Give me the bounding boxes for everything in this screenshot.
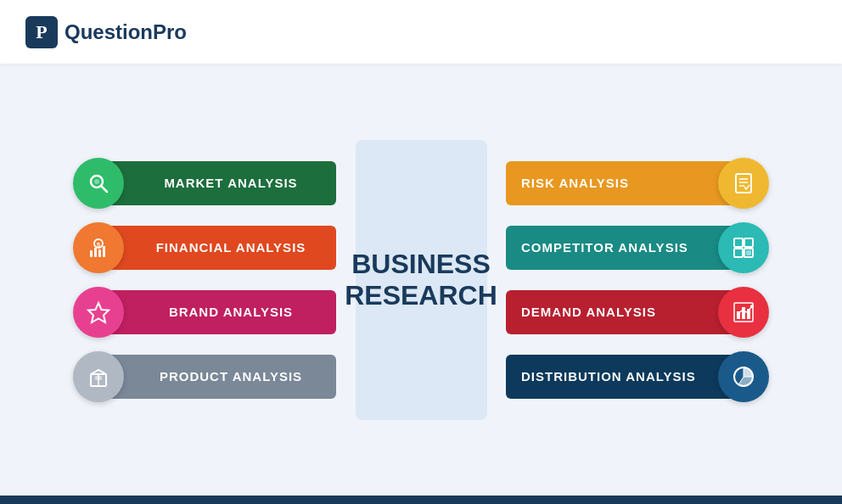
svg-rect-14 [736,174,751,193]
svg-line-2 [101,186,107,192]
logo: P QuestionPro [25,16,187,48]
center-line2: RESEARCH [345,280,497,311]
svg-rect-13 [95,376,102,380]
distribution-analysis-label: DISTRIBUTION ANALYSIS [521,369,696,384]
money-icon: $ [86,235,111,260]
search-icon [86,171,111,196]
svg-rect-7 [98,249,101,257]
svg-text:$: $ [97,241,101,249]
financial-analysis-bar: FINANCIAL ANALYSIS [98,226,336,270]
svg-rect-19 [744,238,753,247]
risk-analysis-label: RISK ANALYSIS [521,176,629,190]
logo-text: QuestionPro [65,20,187,44]
market-analysis-label: MARKET ANALYSIS [164,176,297,190]
brand-analysis-label: BRAND ANALYSIS [169,305,293,319]
product-analysis-circle [73,351,124,402]
competitor-analysis-label: COMPETITOR ANALYSIS [521,240,688,255]
financial-analysis-circle: $ [73,222,124,273]
grid-chart-icon [731,235,756,260]
financial-analysis-item: $ FINANCIAL ANALYSIS [73,223,336,272]
box-icon [86,364,111,389]
distribution-analysis-bar: DISTRIBUTION ANALYSIS [506,355,744,399]
svg-rect-25 [742,307,745,319]
product-analysis-item: PRODUCT ANALYSIS [73,352,336,401]
market-analysis-circle [73,158,124,209]
bottom-bar [0,496,842,504]
brand-analysis-item: BRAND ANALYSIS [73,288,336,337]
svg-rect-22 [746,250,751,255]
distribution-analysis-item: DISTRIBUTION ANALYSIS [506,352,769,401]
demand-analysis-label: DEMAND ANALYSIS [521,305,656,319]
risk-analysis-item: RISK ANALYSIS [506,159,769,208]
brand-analysis-circle [73,287,124,338]
competitor-analysis-item: COMPETITOR ANALYSIS [506,223,769,272]
product-analysis-label: PRODUCT ANALYSIS [160,369,302,384]
svg-marker-9 [88,303,109,322]
right-panel: RISK ANALYSIS COMPETITOR ANALYSIS [506,159,811,401]
center-box: BUSINESS RESEARCH [356,140,487,420]
brand-analysis-bar: BRAND ANALYSIS [98,290,336,334]
market-analysis-bar: MARKET ANALYSIS [98,161,336,205]
svg-point-27 [750,305,754,308]
financial-analysis-label: FINANCIAL ANALYSIS [156,240,306,255]
main-content: MARKET ANALYSIS $ FINANCIAL ANALYSIS [0,64,842,496]
center-panel: BUSINESS RESEARCH [336,140,506,420]
risk-analysis-circle [718,158,769,209]
center-title: BUSINESS RESEARCH [345,249,497,311]
center-line1: BUSINESS [351,249,491,279]
star-icon [86,300,111,325]
bar-chart-icon [731,300,756,325]
demand-analysis-item: DEMAND ANALYSIS [506,288,769,337]
demand-analysis-bar: DEMAND ANALYSIS [506,290,744,334]
logo-icon: P [25,16,58,48]
competitor-analysis-bar: COMPETITOR ANALYSIS [506,226,744,270]
risk-analysis-bar: RISK ANALYSIS [506,161,744,205]
svg-rect-20 [734,249,743,257]
distribution-analysis-circle [718,351,769,402]
product-analysis-bar: PRODUCT ANALYSIS [98,355,336,399]
logo-p-letter: P [36,21,47,43]
left-panel: MARKET ANALYSIS $ FINANCIAL ANALYSIS [31,159,336,401]
header: P QuestionPro [0,0,842,64]
svg-point-1 [94,179,99,184]
svg-rect-18 [734,238,743,247]
svg-rect-8 [103,246,105,257]
pie-chart-icon [731,364,756,389]
demand-analysis-circle [718,287,769,338]
svg-rect-6 [94,248,97,257]
svg-rect-5 [90,250,93,257]
competitor-analysis-circle [718,222,769,273]
report-icon [731,171,756,196]
market-analysis-item: MARKET ANALYSIS [73,159,336,208]
